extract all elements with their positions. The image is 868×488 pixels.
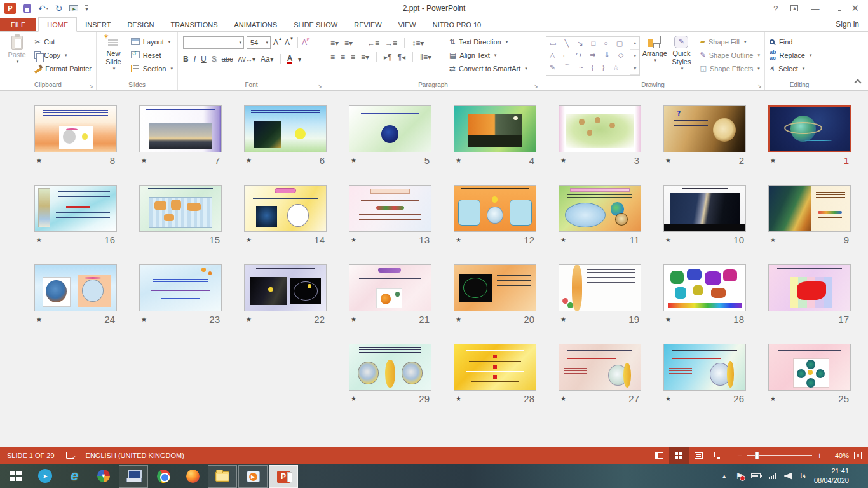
undo-button[interactable]: ↶▾	[38, 4, 48, 13]
text-direction-button[interactable]: ⇅Text Direction▾	[447, 35, 530, 48]
sign-in-link[interactable]: Sign in	[836, 20, 868, 31]
quick-styles-button[interactable]: ✎ Quick Styles▾	[668, 34, 695, 80]
start-button[interactable]	[0, 464, 31, 488]
change-case-button[interactable]: Aa▾	[261, 55, 274, 64]
redo-button[interactable]: ↻	[55, 4, 63, 13]
help-button[interactable]: ?	[773, 4, 778, 13]
slide-thumbnail-8[interactable]	[34, 105, 117, 152]
clipboard-dialog-launcher[interactable]: ↘	[88, 83, 93, 89]
slide-thumbnail-16[interactable]	[34, 185, 117, 232]
copy-button[interactable]: Copy▾	[32, 48, 94, 62]
slide-thumbnail-6[interactable]	[244, 105, 327, 152]
reset-button[interactable]: Reset	[128, 48, 175, 62]
shapes-row-2[interactable]: △ ⌐ ↪ ⇒ ⇓ ◇	[550, 51, 627, 59]
slide-thumbnail-13[interactable]	[349, 185, 431, 232]
reading-view-button[interactable]	[689, 447, 709, 464]
slide-thumbnail-7[interactable]	[139, 105, 222, 152]
taskbar-firefox[interactable]	[178, 464, 207, 488]
zoom-slider[interactable]	[747, 455, 812, 456]
taskbar-media-player[interactable]: ▶	[238, 465, 268, 488]
align-left-button[interactable]: ≡	[330, 53, 335, 62]
slide-thumbnail-24[interactable]	[34, 264, 117, 311]
slide-thumbnail-9[interactable]	[768, 185, 851, 232]
slide-thumbnail-3[interactable]	[559, 105, 641, 152]
tab-insert[interactable]: INSERT	[77, 18, 119, 31]
increase-indent-button[interactable]: →≡	[385, 39, 397, 48]
justify-button[interactable]: ≡▾	[361, 53, 369, 62]
tab-nitro-pro-10[interactable]: NITRO PRO 10	[424, 18, 489, 31]
shapes-more-button[interactable]: ▼	[630, 62, 639, 75]
tab-review[interactable]: REVIEW	[346, 18, 390, 31]
slide-thumbnail-2[interactable]: ?	[663, 105, 746, 152]
slide-thumbnail-29[interactable]	[349, 344, 431, 391]
select-button[interactable]: ➤Select▾	[767, 62, 814, 75]
slide-thumbnail-17[interactable]	[768, 264, 851, 311]
paragraph-dialog-launcher[interactable]: ↘	[533, 83, 538, 89]
zoom-out-button[interactable]: −	[737, 451, 742, 460]
align-right-button[interactable]: ≡	[351, 53, 355, 62]
slide-thumbnail-22[interactable]	[244, 264, 327, 311]
slide-thumbnail-27[interactable]	[559, 344, 641, 391]
slide-thumbnail-11[interactable]	[559, 185, 641, 232]
zoom-level[interactable]: 40%	[827, 452, 849, 459]
line-spacing-button[interactable]: ↕≡▾	[412, 39, 424, 48]
taskbar-file-explorer[interactable]	[208, 465, 237, 488]
font-size-combo[interactable]: 54▾	[247, 36, 271, 49]
decrease-indent-button[interactable]: ←≡	[367, 39, 379, 48]
rtl-text-button[interactable]: ¶◂	[398, 53, 405, 62]
slide-thumbnail-23[interactable]	[139, 264, 222, 311]
shape-effects-button[interactable]: ◱Shape Effects▾	[698, 62, 763, 75]
grow-font-button[interactable]: A▲	[273, 38, 282, 47]
show-desktop-button[interactable]	[860, 464, 864, 488]
slide-thumbnail-12[interactable]	[454, 185, 536, 232]
underline-button[interactable]: U	[201, 55, 207, 64]
slide-thumbnail-15[interactable]	[139, 185, 222, 232]
convert-to-smartart-button[interactable]: ⇄Convert to SmartArt▾	[447, 62, 530, 75]
slide-thumbnail-26[interactable]	[663, 344, 746, 391]
customize-qat-button[interactable]: ▾	[85, 5, 88, 12]
paste-button[interactable]: Paste▾	[2, 34, 32, 80]
character-spacing-button[interactable]: AV↔▾	[238, 56, 255, 63]
taskbar-internet-explorer[interactable]: e	[60, 464, 89, 488]
collapse-ribbon-button[interactable]	[854, 79, 861, 86]
numbering-button[interactable]: ≡▾	[344, 39, 353, 48]
font-color-button[interactable]: A	[287, 55, 293, 64]
shapes-row-1[interactable]: ▭ ╲ ↘ □ ○ ▢	[550, 39, 627, 48]
clear-formatting-button[interactable]: A◤	[302, 38, 310, 47]
tab-slide-show[interactable]: SLIDE SHOW	[285, 18, 346, 31]
drawing-dialog-launcher[interactable]: ↘	[757, 83, 762, 89]
normal-view-button[interactable]	[649, 447, 669, 464]
input-language-indicator[interactable]: فا	[800, 472, 806, 480]
columns-button[interactable]: ‖≡▾	[420, 53, 431, 62]
hidden-icons-button[interactable]: ▲	[721, 473, 728, 480]
text-shadow-button[interactable]: S	[212, 55, 217, 64]
new-slide-button[interactable]: New Slide▾	[98, 34, 128, 80]
taskbar-telegram[interactable]: ➤	[31, 464, 60, 488]
slide-thumbnail-1[interactable]	[768, 105, 851, 152]
cut-button[interactable]: ✂Cut	[32, 35, 94, 48]
tab-transitions[interactable]: TRANSITIONS	[163, 18, 226, 31]
shapes-scroll-up[interactable]: ▲	[630, 37, 639, 50]
italic-button[interactable]: I	[194, 55, 196, 64]
slide-thumbnail-28[interactable]	[454, 344, 536, 391]
shapes-scroll-down[interactable]: ▼	[630, 50, 639, 62]
action-center-flag-icon[interactable]: ⚑	[736, 471, 743, 481]
tab-animations[interactable]: ANIMATIONS	[226, 18, 286, 31]
slide-thumbnail-21[interactable]	[349, 264, 431, 311]
battery-icon[interactable]	[751, 473, 761, 478]
tab-view[interactable]: VIEW	[390, 18, 424, 31]
slide-show-button[interactable]	[709, 447, 728, 464]
shapes-row-3[interactable]: ✎ ⌒ ~ { } ☆	[550, 63, 627, 72]
slide-thumbnail-10[interactable]	[663, 185, 746, 232]
fit-slide-to-window-button[interactable]	[854, 452, 862, 459]
language-indicator[interactable]: ENGLISH (UNITED KINGDOM)	[86, 452, 184, 459]
tab-home[interactable]: HOME	[38, 17, 77, 32]
taskbar-idm[interactable]: ▼	[89, 464, 118, 488]
strikethrough-button[interactable]: abc	[222, 55, 233, 63]
slide-thumbnail-14[interactable]	[244, 185, 327, 232]
arrange-button[interactable]: Arrange▾	[641, 34, 668, 80]
align-text-button[interactable]: ▤Align Text▾	[447, 48, 530, 62]
slide-thumbnail-4[interactable]	[454, 105, 536, 152]
section-button[interactable]: Section▾	[128, 62, 175, 75]
taskbar-clock[interactable]: 21:41 08/04/2020	[814, 466, 851, 485]
